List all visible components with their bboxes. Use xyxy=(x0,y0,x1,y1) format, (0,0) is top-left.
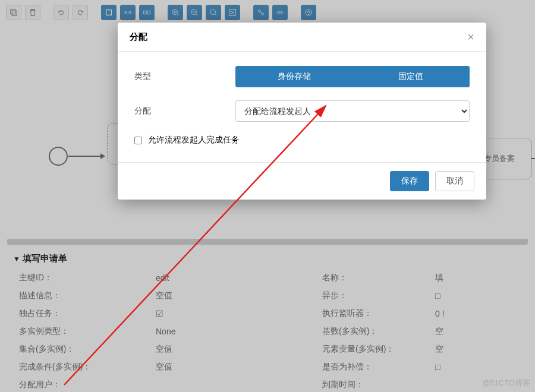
checkbox-label: 允许流程发起人完成任务 xyxy=(148,135,240,146)
prop-label: 描述信息： xyxy=(13,290,156,301)
prop-row: 独占任务：☑执行监听器：0 ! xyxy=(13,308,522,319)
prop-value: 空 xyxy=(435,326,443,337)
panel-header[interactable]: ▼ 填写申请单 xyxy=(13,253,522,264)
chevron-down-icon: ▼ xyxy=(13,255,20,263)
prop-value: 空值 xyxy=(156,344,322,355)
svg-text:?: ? xyxy=(307,10,310,16)
close-icon[interactable]: × xyxy=(467,31,474,43)
align-icon-1[interactable] xyxy=(253,5,269,20)
zoom-actual-icon[interactable] xyxy=(225,5,240,20)
svg-rect-6 xyxy=(147,11,150,14)
prop-value: □ xyxy=(435,291,440,301)
undo-icon[interactable] xyxy=(73,5,88,20)
svg-point-13 xyxy=(278,11,280,14)
prop-label: 名称： xyxy=(322,273,435,283)
panel-title: 填写申请单 xyxy=(23,253,67,264)
prop-row: 主键ID：edit名称：填 xyxy=(13,273,522,283)
prop-label: 独占任务： xyxy=(13,308,156,319)
prop-label: 基数(多实例)： xyxy=(322,326,435,337)
assign-select[interactable]: 分配给流程发起人 xyxy=(235,100,470,122)
cancel-button[interactable]: 取消 xyxy=(435,171,474,191)
svg-rect-5 xyxy=(144,11,146,14)
zoom-in-icon[interactable] xyxy=(168,5,183,20)
prop-value: None xyxy=(156,327,322,336)
save-button[interactable]: 保存 xyxy=(390,171,429,191)
assign-label: 分配 xyxy=(134,106,235,116)
prop-label: 集合(多实例)： xyxy=(13,344,156,355)
prop-value: 填 xyxy=(435,273,443,283)
prop-row: 集合(多实例)：空值元素变量(多实例)：空 xyxy=(13,344,522,355)
prop-label: 分配用户： xyxy=(13,380,156,390)
prop-label: 元素变量(多实例)： xyxy=(322,344,435,355)
prop-row: 完成条件(多实例)：空值是否为补偿：□ xyxy=(13,362,522,372)
task-label: 专员备案 xyxy=(484,153,515,164)
properties-panel: ▼ 填写申请单 主键ID：edit名称：填描述信息：空值异步：□独占任务：☑执行… xyxy=(0,245,535,392)
watermark: @51CTO博客 xyxy=(482,378,530,388)
sequence-flow[interactable] xyxy=(68,156,104,157)
prop-label: 多实例类型： xyxy=(13,326,156,337)
sequence-flow xyxy=(531,158,535,159)
svg-point-14 xyxy=(281,11,283,14)
prop-row: 分配用户：到期时间： xyxy=(13,380,522,390)
type-tabs: 身份存储 固定值 xyxy=(235,66,470,87)
start-event[interactable] xyxy=(49,147,68,166)
svg-point-9 xyxy=(210,10,216,15)
prop-value: 空值 xyxy=(156,290,322,301)
prop-value: □ xyxy=(435,362,440,372)
dialog-title: 分配 xyxy=(130,31,147,43)
svg-point-3 xyxy=(125,11,127,14)
align-icon-2[interactable] xyxy=(272,5,288,20)
prop-value: 空 xyxy=(435,344,443,355)
help-icon[interactable]: ? xyxy=(301,5,316,20)
toolbar: ? xyxy=(0,0,535,25)
zoom-out-icon[interactable] xyxy=(187,5,202,20)
prop-label: 主键ID： xyxy=(13,273,156,283)
tool-icon-3[interactable] xyxy=(139,5,155,20)
prop-value: 0 ! xyxy=(435,309,445,318)
prop-label: 异步： xyxy=(322,290,435,301)
prop-value: 空值 xyxy=(156,362,322,372)
type-label: 类型 xyxy=(134,71,235,82)
allow-initiator-checkbox[interactable] xyxy=(134,137,142,144)
prop-row: 多实例类型：None基数(多实例)：空 xyxy=(13,326,522,337)
svg-rect-2 xyxy=(106,10,112,15)
assign-dialog: 分配 × 类型 身份存储 固定值 分配 分配给流程发起人 允许流程发起人完成任务… xyxy=(118,23,486,200)
prop-label: 到期时间： xyxy=(322,380,435,390)
tool-icon-1[interactable] xyxy=(101,5,117,20)
prop-label: 执行监听器： xyxy=(322,308,435,319)
prop-label: 是否为补偿： xyxy=(322,362,435,372)
svg-rect-1 xyxy=(12,11,17,15)
tool-icon-2[interactable] xyxy=(120,5,136,20)
svg-rect-0 xyxy=(11,10,15,14)
prop-value: ☑ xyxy=(156,309,322,318)
prop-row: 描述信息：空值异步：□ xyxy=(13,290,522,301)
splitter-bar[interactable] xyxy=(7,239,528,245)
redo-icon[interactable] xyxy=(54,5,69,20)
prop-label: 完成条件(多实例)： xyxy=(13,362,156,372)
svg-point-4 xyxy=(129,11,131,14)
tab-fixed-value[interactable]: 固定值 xyxy=(353,66,470,87)
copy-icon[interactable] xyxy=(6,5,21,20)
zoom-fit-icon[interactable] xyxy=(206,5,221,20)
delete-icon[interactable] xyxy=(25,5,40,20)
prop-value: edit xyxy=(156,273,322,283)
tab-identity-store[interactable]: 身份存储 xyxy=(235,66,353,87)
